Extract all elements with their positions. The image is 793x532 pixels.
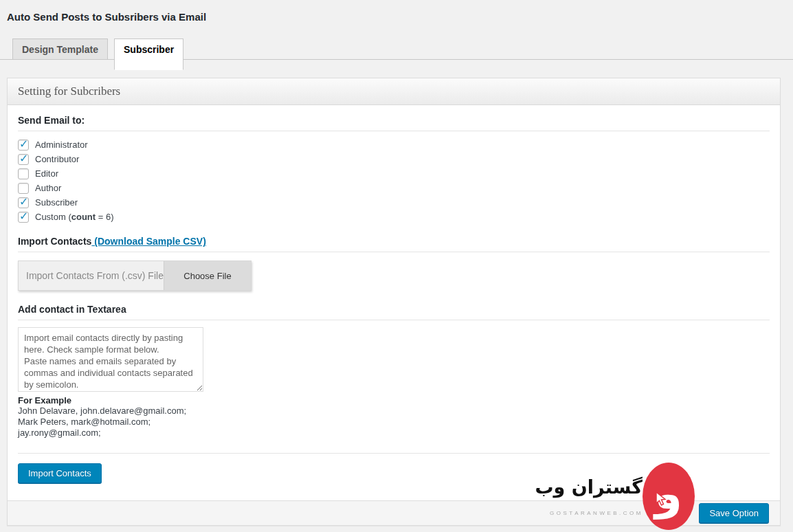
send-email-to-heading: Send Email to: — [18, 115, 770, 126]
subscriber-label[interactable]: Subscriber — [35, 197, 78, 208]
import-contacts-button[interactable]: Import Contacts — [18, 463, 102, 483]
checkbox-row-subscriber: Subscriber — [18, 195, 770, 210]
panel-footer: Save Option — [8, 500, 780, 525]
example-contact-1: John Delavare, john.delavare@gmail.com; — [18, 406, 770, 417]
editor-checkbox[interactable] — [18, 168, 29, 179]
csv-file-placeholder: Import Contacts From (.csv) File — [19, 261, 164, 290]
save-option-button[interactable]: Save Option — [699, 503, 769, 523]
divider — [18, 320, 770, 320]
divider — [18, 252, 770, 252]
tab-design-template[interactable]: Design Template — [12, 38, 108, 60]
checkbox-row-contributor: Contributor — [18, 152, 770, 166]
download-sample-csv-link[interactable]: (Download Sample CSV) — [91, 236, 205, 247]
panel-header-title: Setting for Subcribers — [8, 78, 780, 105]
subscriber-checkbox[interactable] — [18, 197, 29, 208]
add-contact-heading: Add contact in Textarea — [18, 304, 770, 315]
csv-file-input[interactable]: Import Contacts From (.csv) File Choose … — [18, 261, 252, 291]
editor-label[interactable]: Editor — [35, 168, 58, 179]
tab-subscriber[interactable]: Subscriber — [114, 38, 183, 70]
example-contact-2: Mark Peters, mark@hotmail.com; — [18, 417, 770, 428]
author-label[interactable]: Author — [35, 183, 61, 193]
page-title: Auto Send Posts to Subsribers via Email — [0, 0, 793, 23]
example-contact-3: jay.rony@gmail.com; — [18, 428, 770, 439]
divider — [18, 131, 770, 131]
for-example-heading: For Example — [18, 395, 770, 406]
divider — [18, 453, 770, 454]
administrator-checkbox[interactable] — [18, 140, 29, 151]
administrator-label[interactable]: Administrator — [35, 140, 88, 150]
tab-bar: Design TemplateSubscriber — [0, 38, 793, 60]
custom-label[interactable]: Custom (count = 6) — [35, 212, 114, 222]
contributor-label[interactable]: Contributor — [35, 154, 79, 164]
panel-body: Send Email to: Administrator Contributor… — [8, 105, 780, 500]
import-contacts-heading: Import Contacts (Download Sample CSV) — [18, 236, 770, 247]
checkbox-row-author: Author — [18, 181, 770, 195]
checkbox-row-administrator: Administrator — [18, 137, 770, 152]
checkbox-row-custom: Custom (count = 6) — [18, 210, 770, 224]
author-checkbox[interactable] — [18, 183, 29, 194]
contributor-checkbox[interactable] — [18, 154, 29, 165]
checkbox-row-editor: Editor — [18, 166, 770, 181]
custom-checkbox[interactable] — [18, 212, 29, 223]
role-checkbox-list: Administrator Contributor Editor Author … — [18, 137, 770, 224]
contact-textarea[interactable] — [18, 327, 203, 392]
subscriber-settings-panel: Setting for Subcribers Send Email to: Ad… — [7, 78, 781, 526]
choose-file-button[interactable]: Choose File — [164, 261, 251, 290]
